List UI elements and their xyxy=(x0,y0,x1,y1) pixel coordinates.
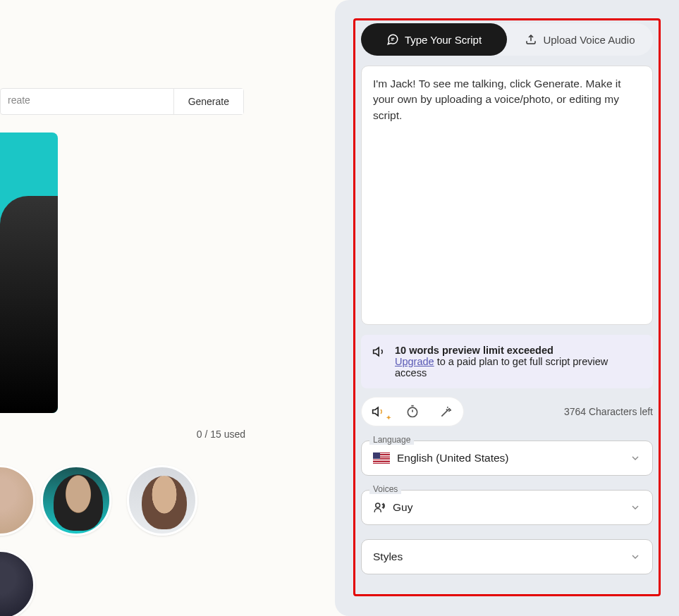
highlight-box: Type Your Script Upload Voice Audio 10 w… xyxy=(353,18,661,596)
tab-type-script[interactable]: Type Your Script xyxy=(361,23,507,56)
chevron-down-icon xyxy=(630,452,641,464)
create-input-partial[interactable]: reate xyxy=(1,89,173,114)
svg-marker-3 xyxy=(374,347,379,356)
magic-button[interactable] xyxy=(429,398,463,426)
avatar-thumb-4[interactable] xyxy=(0,550,35,616)
styles-field: Styles xyxy=(361,539,653,574)
banner-text: 10 words preview limit exceeded Upgrade … xyxy=(395,345,642,378)
voices-select[interactable]: Guy xyxy=(361,490,653,525)
voices-label: Voices xyxy=(369,484,401,494)
svg-point-5 xyxy=(408,407,417,417)
characters-left: 3764 Characters left xyxy=(564,406,653,417)
us-flag-icon xyxy=(373,452,390,464)
avatar-thumb-1[interactable] xyxy=(0,465,35,536)
chevron-down-icon xyxy=(630,502,641,513)
banner-title: 10 words preview limit exceeded xyxy=(395,345,642,356)
tab-type-script-label: Type Your Script xyxy=(405,34,482,46)
styles-label: Styles xyxy=(373,550,403,563)
voices-field: Voices Guy xyxy=(361,490,653,525)
tab-upload-audio[interactable]: Upload Voice Audio xyxy=(507,23,653,56)
create-input-row: reate Generate xyxy=(0,88,244,115)
language-label: Language xyxy=(369,435,414,445)
svg-marker-4 xyxy=(373,407,379,416)
person-voice-icon xyxy=(373,501,386,514)
wand-icon xyxy=(439,405,453,419)
script-panel: Type Your Script Upload Voice Audio 10 w… xyxy=(335,0,679,616)
timing-button[interactable] xyxy=(396,398,429,426)
avatar-preview xyxy=(0,133,58,413)
avatar-gallery xyxy=(0,458,245,606)
upload-icon xyxy=(525,33,537,46)
stopwatch-icon xyxy=(405,405,420,419)
tool-buttons: ✦ xyxy=(361,397,464,426)
upgrade-link[interactable]: Upgrade xyxy=(395,356,434,367)
usage-counter: 0 / 15 used xyxy=(0,429,245,440)
styles-select[interactable]: Styles xyxy=(361,539,653,574)
language-select[interactable]: English (United States) xyxy=(361,441,653,476)
tab-upload-audio-label: Upload Voice Audio xyxy=(543,34,635,46)
speaker-wave-icon xyxy=(372,405,386,419)
svg-point-8 xyxy=(376,503,380,507)
chevron-down-icon xyxy=(630,551,641,562)
speaker-icon xyxy=(372,345,386,378)
preview-limit-banner: 10 words preview limit exceeded Upgrade … xyxy=(361,335,653,388)
chat-icon xyxy=(386,33,399,46)
avatar-thumb-2[interactable] xyxy=(41,465,111,536)
generate-button[interactable]: Generate xyxy=(173,89,243,114)
language-field: Language English (United States) xyxy=(361,441,653,476)
preview-audio-button[interactable]: ✦ xyxy=(362,398,396,426)
script-textarea[interactable] xyxy=(361,66,653,325)
input-mode-tabs: Type Your Script Upload Voice Audio xyxy=(361,23,653,56)
voices-value: Guy xyxy=(393,501,412,514)
tool-row: ✦ 3764 Characters left xyxy=(361,397,653,426)
language-value: English (United States) xyxy=(397,452,509,464)
avatar-preview-figure xyxy=(0,196,58,413)
avatar-thumb-3[interactable] xyxy=(127,465,197,536)
